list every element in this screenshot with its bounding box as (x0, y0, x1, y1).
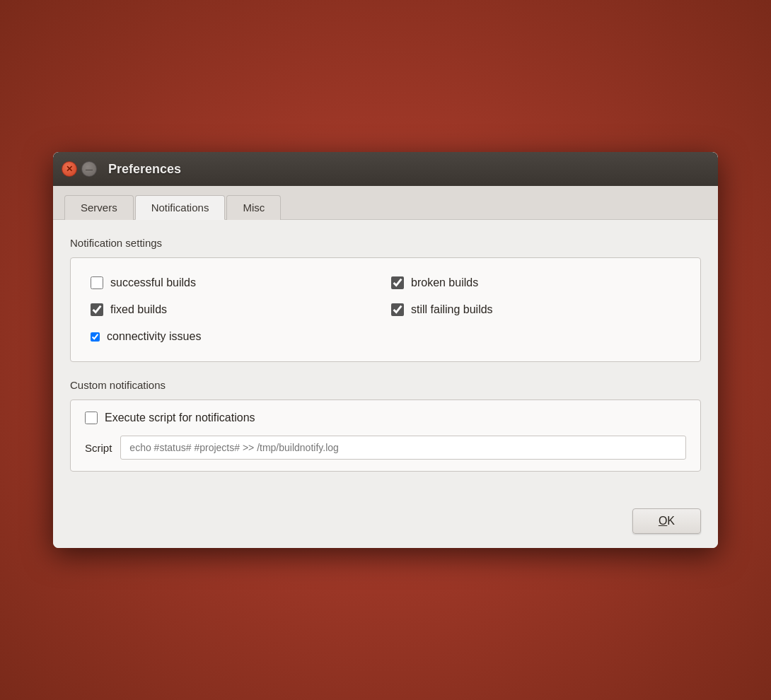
footer: OK (53, 503, 718, 548)
label-fixed-builds: fixed builds (110, 303, 167, 316)
checkbox-still-failing-builds[interactable] (391, 303, 404, 316)
checkbox-row-connectivity: connectivity issues (85, 323, 686, 350)
ok-button[interactable]: OK (632, 508, 701, 534)
notification-settings-title: Notification settings (70, 237, 701, 249)
checkbox-successful-builds[interactable] (91, 276, 103, 289)
minimize-button[interactable]: — (81, 161, 97, 177)
label-successful-builds: successful builds (110, 276, 196, 289)
checkboxes-grid: successful builds broken builds fixed bu… (85, 269, 686, 350)
label-broken-builds: broken builds (411, 276, 478, 289)
checkbox-fixed-builds[interactable] (91, 303, 103, 316)
custom-notifications-section: Custom notifications Execute script for … (70, 379, 701, 472)
tab-misc[interactable]: Misc (226, 195, 281, 220)
checkbox-row-broken: broken builds (386, 269, 686, 296)
main-content: Notification settings successful builds … (53, 220, 718, 503)
tab-servers[interactable]: Servers (64, 195, 134, 220)
checkbox-execute-script[interactable] (85, 412, 98, 424)
checkbox-broken-builds[interactable] (391, 276, 404, 289)
custom-notifications-title: Custom notifications (70, 379, 701, 391)
preferences-window: ✕ — Preferences Servers Notifications Mi… (53, 152, 718, 548)
titlebar: ✕ — Preferences (53, 152, 718, 186)
script-label: Script (85, 442, 112, 454)
checkbox-row-still-failing: still failing builds (386, 296, 686, 323)
custom-notifications-box: Execute script for notifications Script (70, 399, 701, 472)
notification-settings-box: successful builds broken builds fixed bu… (70, 257, 701, 362)
tab-notifications[interactable]: Notifications (135, 195, 226, 220)
script-row: Script (85, 436, 686, 460)
label-connectivity-issues: connectivity issues (107, 330, 201, 343)
script-input[interactable] (120, 436, 686, 460)
label-still-failing-builds: still failing builds (411, 303, 493, 316)
tabs-bar: Servers Notifications Misc (53, 186, 718, 220)
ok-label: OK (659, 515, 675, 527)
checkbox-connectivity-issues[interactable] (91, 332, 100, 342)
execute-script-row: Execute script for notifications (85, 412, 686, 424)
label-execute-script: Execute script for notifications (105, 412, 255, 424)
window-title: Preferences (108, 162, 181, 177)
titlebar-buttons: ✕ — (62, 161, 97, 177)
close-button[interactable]: ✕ (62, 161, 77, 177)
checkbox-row-successful: successful builds (85, 269, 386, 296)
notification-settings-section: Notification settings successful builds … (70, 237, 701, 362)
checkbox-row-fixed: fixed builds (85, 296, 386, 323)
content-area: Servers Notifications Misc Notification … (53, 186, 718, 548)
